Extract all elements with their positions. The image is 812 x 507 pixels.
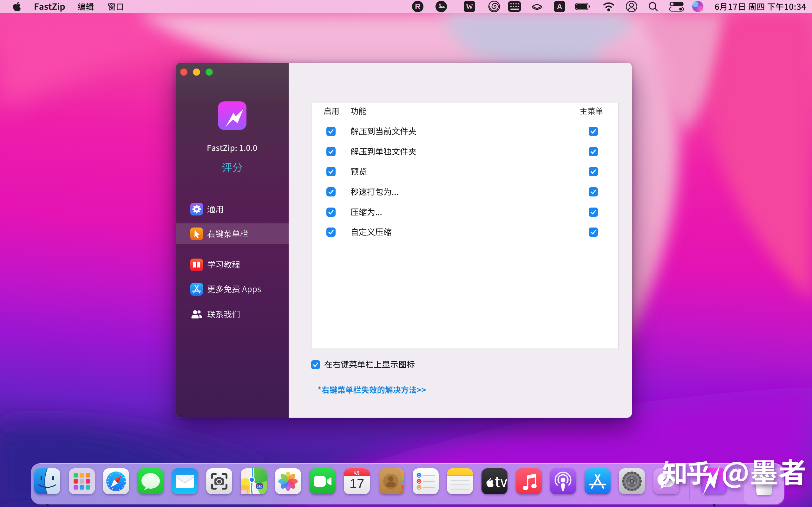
svg-text:W: W xyxy=(466,3,473,11)
svg-text:R: R xyxy=(415,2,420,11)
svg-text:280: 280 xyxy=(257,485,262,489)
svg-text:17: 17 xyxy=(350,476,364,491)
svg-text:6月: 6月 xyxy=(354,470,360,475)
svg-text:A: A xyxy=(557,3,562,11)
